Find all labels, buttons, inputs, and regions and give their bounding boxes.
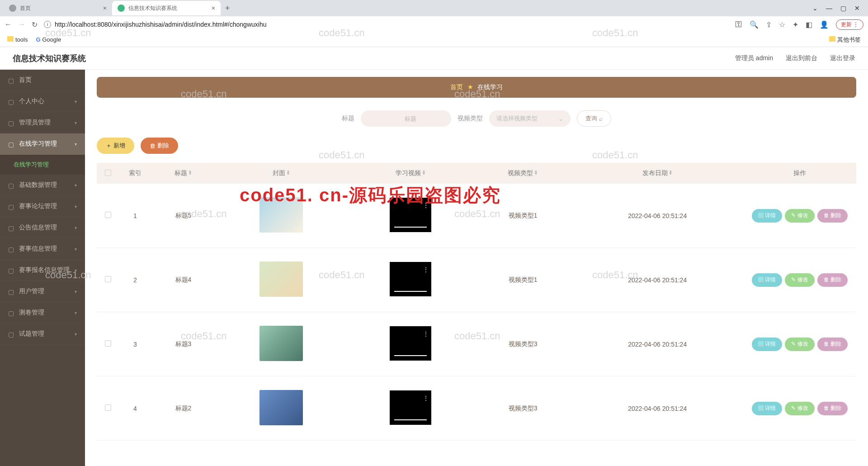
current-user[interactable]: 管理员 admin (735, 54, 773, 62)
profile-icon[interactable]: 👤 (820, 20, 829, 29)
sidebar-item[interactable]: ▢测卷管理▾ (0, 302, 85, 323)
breadcrumb: 首页 ★ 在线学习 (97, 77, 856, 98)
sidebar-item[interactable]: ▢赛事报名信息管理▾ (0, 260, 85, 281)
bookmark-icon[interactable]: ☆ (779, 20, 785, 29)
query-button[interactable]: 查询⌕ (577, 110, 611, 127)
menu-icon: ▢ (8, 309, 14, 316)
col-type[interactable]: 视频类型▲▼ (474, 163, 572, 184)
bookmark-tools[interactable]: tools (7, 36, 28, 43)
delete-button[interactable]: 🗑 删除 (817, 273, 848, 287)
menu-icon: ▢ (8, 288, 14, 295)
detail-button[interactable]: ▤ 详情 (752, 338, 782, 351)
site-info-icon[interactable]: i (44, 21, 51, 28)
reload-icon[interactable]: ↻ (32, 20, 38, 29)
video-thumbnail[interactable] (390, 326, 431, 361)
edit-button[interactable]: ✎ 修改 (785, 273, 814, 287)
goto-frontend-link[interactable]: 退出到前台 (786, 54, 817, 62)
sidebar-subitem[interactable]: 在线学习管理 (0, 155, 85, 175)
window-controls: ⌄ — ▢ ✕ (812, 5, 868, 12)
sidebar-item[interactable]: ▢个人中心▾ (0, 91, 85, 112)
sidebar-item[interactable]: ▢首页 (0, 70, 85, 91)
sidebar-item[interactable]: ▢用户管理▾ (0, 281, 85, 302)
cell-date: 2022-04-06 20:51:24 (571, 376, 743, 441)
close-window-icon[interactable]: ✕ (854, 5, 860, 12)
add-button[interactable]: ＋ 新增 (97, 138, 134, 154)
chevron-down-icon[interactable]: ⌄ (812, 5, 818, 12)
row-checkbox[interactable] (105, 340, 111, 347)
sidebar-item[interactable]: ▢赛事论坛管理▾ (0, 196, 85, 217)
cell-type: 视频类型1 (474, 248, 572, 312)
share-icon[interactable]: ⇪ (766, 20, 772, 29)
select-all-checkbox[interactable] (105, 170, 111, 176)
edit-button[interactable]: ✎ 修改 (785, 402, 814, 415)
close-icon[interactable]: × (212, 5, 215, 12)
maximize-icon[interactable]: ▢ (840, 5, 846, 12)
zoom-icon[interactable]: 🔍 (750, 20, 759, 29)
chevron-down-icon: ⌄ (558, 115, 563, 122)
sidebar-item-label: 试题管理 (19, 330, 44, 338)
logout-link[interactable]: 退出登录 (830, 54, 855, 62)
video-thumbnail[interactable] (390, 262, 431, 296)
sidebar-item-label: 赛事论坛管理 (19, 202, 57, 210)
new-tab-button[interactable]: + (221, 4, 235, 13)
row-checkbox[interactable] (105, 404, 111, 411)
menu-icon: ▢ (8, 98, 14, 105)
video-thumbnail[interactable] (390, 390, 431, 425)
star-icon: ★ (467, 83, 473, 90)
col-index[interactable]: 索引 (119, 163, 151, 184)
menu-icon: ▢ (8, 141, 14, 147)
browser-chrome: 首页 × 信息技术知识赛系统 × + ⌄ — ▢ ✕ ← → ↻ i http:… (0, 0, 868, 47)
detail-button[interactable]: ▤ 详情 (752, 402, 782, 415)
cell-type: 视频类型3 (474, 376, 572, 441)
col-title[interactable]: 标题▲▼ (151, 163, 216, 184)
sidepanel-icon[interactable]: ◧ (806, 20, 812, 29)
sidebar-item[interactable]: ▢赛事信息管理▾ (0, 238, 85, 260)
col-date[interactable]: 发布日期▲▼ (571, 163, 743, 184)
video-thumbnail[interactable] (390, 198, 431, 232)
bulk-delete-button[interactable]: 🗑 删除 (141, 138, 178, 154)
menu-icon: ▢ (8, 182, 14, 188)
detail-button[interactable]: ▤ 详情 (752, 273, 782, 287)
breadcrumb-home[interactable]: 首页 (450, 83, 463, 90)
col-video[interactable]: 学习视频▲▼ (347, 163, 474, 184)
extensions-icon[interactable]: ✦ (793, 20, 798, 29)
close-icon[interactable]: × (103, 5, 107, 12)
tab-title: 信息技术知识赛系统 (128, 5, 212, 12)
delete-button[interactable]: 🗑 删除 (817, 338, 848, 351)
browser-tab-2[interactable]: 信息技术知识赛系统 × (112, 1, 221, 15)
video-type-select[interactable]: 请选择视频类型 ⌄ (489, 110, 571, 127)
row-checkbox[interactable] (105, 212, 111, 218)
key-icon[interactable]: ⚿ (735, 20, 742, 29)
forward-icon[interactable]: → (18, 20, 25, 29)
detail-button[interactable]: ▤ 详情 (752, 209, 782, 223)
bookmark-other[interactable]: 其他书签 (829, 36, 861, 44)
chevron-down-icon: ▾ (75, 120, 77, 125)
cell-type: 视频类型1 (474, 184, 572, 248)
cover-image (259, 197, 303, 233)
sidebar-item[interactable]: ▢管理员管理▾ (0, 112, 85, 133)
url-box[interactable]: i http://localhost:8080/xinxijishuzhishi… (44, 21, 729, 28)
edit-button[interactable]: ✎ 修改 (785, 338, 814, 351)
sidebar-item[interactable]: ▢在线学习管理▾ (0, 133, 85, 155)
bookmark-google[interactable]: G Google (36, 36, 61, 43)
menu-icon: ▢ (8, 331, 14, 337)
delete-button[interactable]: 🗑 删除 (817, 402, 848, 415)
sidebar-item-label: 首页 (19, 76, 32, 84)
back-icon[interactable]: ← (5, 20, 12, 29)
edit-button[interactable]: ✎ 修改 (785, 209, 814, 223)
row-checkbox[interactable] (105, 276, 111, 282)
table-row: 2 标题4 视频类型1 2022-04-06 20:51:24 ▤ 详情 ✎ 修… (97, 248, 856, 312)
delete-button[interactable]: 🗑 删除 (817, 209, 848, 223)
minimize-icon[interactable]: — (826, 5, 832, 12)
sidebar-item[interactable]: ▢基础数据管理▾ (0, 175, 85, 196)
sidebar-item[interactable]: ▢公告信息管理▾ (0, 217, 85, 238)
sidebar-item[interactable]: ▢试题管理▾ (0, 323, 85, 345)
update-button[interactable]: 更新 ⋮ (836, 19, 863, 30)
bookmark-bar: tools G Google 其他书签 (0, 33, 868, 47)
chevron-down-icon: ▾ (75, 142, 77, 147)
search-title-input[interactable] (361, 110, 451, 127)
col-cover[interactable]: 封面▲▼ (216, 163, 347, 184)
breadcrumb-current: 在线学习 (477, 83, 503, 90)
cell-title: 标题5 (151, 184, 216, 248)
browser-tab-1[interactable]: 首页 × (4, 1, 112, 15)
